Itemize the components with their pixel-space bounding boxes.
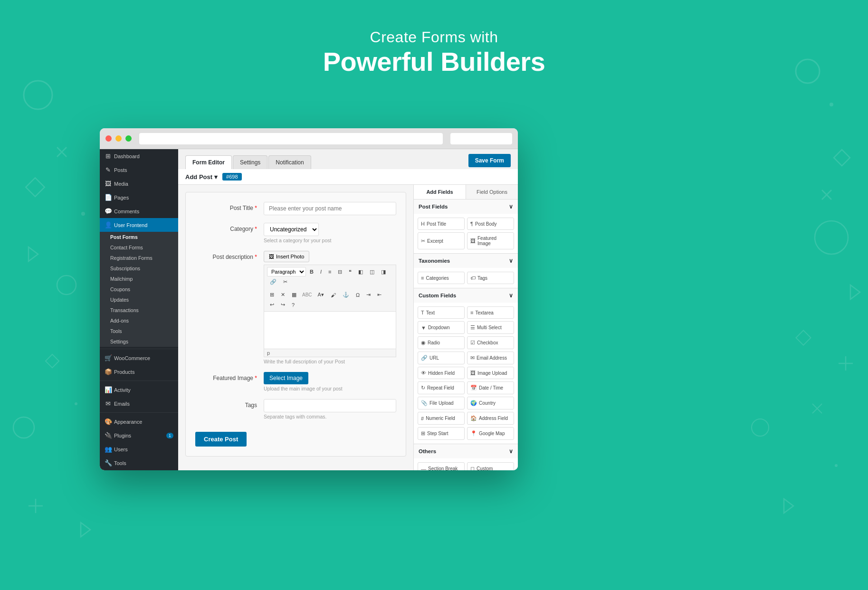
browser-minimize-btn[interactable] <box>115 135 122 142</box>
create-post-button[interactable]: Create Post <box>195 432 247 447</box>
field-btn-tags[interactable]: 🏷 Tags <box>467 272 514 284</box>
browser-maximize-btn[interactable] <box>125 135 132 142</box>
browser-search-bar[interactable] <box>450 133 512 144</box>
field-btn-textarea[interactable]: ≡ Textarea <box>467 306 514 319</box>
rte-align-left-btn[interactable]: ◧ <box>355 267 366 276</box>
field-btn-repeat[interactable]: ↻ Repeat Field <box>418 381 465 394</box>
field-btn-featured-image[interactable]: 🖼 Featured Image <box>467 232 514 249</box>
sidebar-item-appearance[interactable]: 🎨 Appearance <box>100 415 178 428</box>
sidebar-item-activity[interactable]: 📊 Activity <box>100 383 178 397</box>
field-btn-url[interactable]: 🔗 URL <box>418 352 465 364</box>
custom-fields-header[interactable]: Custom Fields ∨ <box>414 288 518 303</box>
rte-indent-btn[interactable]: ⇥ <box>363 290 373 299</box>
field-btn-radio[interactable]: ◉ Radio <box>418 336 465 349</box>
field-btn-step-start[interactable]: ⊞ Step Start <box>418 427 465 440</box>
tab-notification[interactable]: Notification <box>268 155 311 169</box>
field-btn-multi-select[interactable]: ☰ Multi Select <box>467 321 514 334</box>
rte-btn-1[interactable]: ⊞ <box>267 290 277 299</box>
field-btn-excerpt[interactable]: ✂ Excerpt <box>418 232 465 249</box>
field-btn-email[interactable]: ✉ Email Address <box>467 352 514 364</box>
rte-btn-3[interactable]: ▦ <box>289 290 299 299</box>
rte-btn-2[interactable]: ✕ <box>278 290 288 299</box>
sidebar-sub-addons[interactable]: Add-ons <box>100 315 178 326</box>
field-btn-file-upload[interactable]: 📎 File Upload <box>418 397 465 409</box>
field-btn-datetime[interactable]: 📅 Date / Time <box>467 381 514 394</box>
sidebar-item-posts[interactable]: ✎ Posts <box>100 163 178 177</box>
sidebar-item-products[interactable]: 📦 Products <box>100 365 178 379</box>
field-btn-image-upload[interactable]: 🖼 Image Upload <box>467 367 514 379</box>
sidebar-item-user-frontend[interactable]: 👤 User Frontend <box>100 218 178 232</box>
insert-photo-button[interactable]: 🖼 Insert Photo <box>264 251 309 262</box>
sidebar-sub-coupons[interactable]: Coupons <box>100 284 178 295</box>
post-fields-header[interactable]: Post Fields ∨ <box>414 200 518 214</box>
panel-tab-add-fields[interactable]: Add Fields <box>414 185 466 199</box>
rte-bg-btn[interactable]: 🖌 <box>328 291 339 299</box>
field-btn-dropdown[interactable]: ▼ Dropdown <box>418 321 465 334</box>
rte-unlink-btn[interactable]: ✂ <box>280 277 290 286</box>
tab-settings[interactable]: Settings <box>233 155 267 169</box>
sidebar-sub-post-forms[interactable]: Post Forms <box>100 232 178 242</box>
rte-bold-btn[interactable]: B <box>307 267 316 276</box>
form-tabs-group: Form Editor Settings Notification <box>185 155 311 169</box>
sidebar-item-media[interactable]: 🖼 Media <box>100 177 178 190</box>
tab-form-editor[interactable]: Form Editor <box>185 155 232 169</box>
field-btn-post-body[interactable]: ¶ Post Body <box>467 218 514 230</box>
others-header[interactable]: Others ∨ <box>414 444 518 458</box>
sidebar-item-comments[interactable]: 💬 Comments <box>100 204 178 218</box>
category-select[interactable]: Uncategorized <box>264 223 319 236</box>
rte-paragraph-select[interactable]: Paragraph <box>267 267 306 276</box>
sidebar-item-emails[interactable]: ✉ Emails <box>100 397 178 410</box>
sidebar-sub-registration-forms[interactable]: Registration Forms <box>100 253 178 263</box>
rte-italic-btn[interactable]: I <box>317 267 324 276</box>
rte-redo-btn[interactable]: ↪ <box>278 300 288 309</box>
field-btn-numeric[interactable]: # Numeric Field <box>418 412 465 425</box>
sidebar-item-settings[interactable]: ⚙ Settings <box>100 470 178 470</box>
rte-undo-btn[interactable]: ↩ <box>267 300 277 309</box>
sidebar-item-plugins[interactable]: 🔌 Plugins 1 <box>100 428 178 442</box>
rte-link-btn[interactable]: 🔗 <box>267 277 279 286</box>
post-title-input[interactable] <box>264 202 396 215</box>
field-btn-text[interactable]: T Text <box>418 306 465 319</box>
panel-tab-field-options[interactable]: Field Options <box>466 185 518 199</box>
taxonomies-header[interactable]: Taxonomies ∨ <box>414 254 518 268</box>
sidebar-sub-settings[interactable]: Settings <box>100 336 178 347</box>
rte-abc-label: ABC <box>300 292 314 297</box>
sidebar-sub-transactions[interactable]: Transactions <box>100 305 178 315</box>
rte-align-center-btn[interactable]: ◫ <box>367 267 377 276</box>
rte-align-right-btn[interactable]: ◨ <box>378 267 389 276</box>
field-btn-google-map[interactable]: 📍 Google Map <box>467 427 514 440</box>
tags-input[interactable] <box>264 399 396 412</box>
field-btn-categories[interactable]: ≡ Categories <box>418 272 465 284</box>
sidebar-sub-contact-forms[interactable]: Contact Forms <box>100 242 178 253</box>
save-form-button[interactable]: Save Form <box>468 154 511 167</box>
rte-outdent-btn[interactable]: ⇤ <box>374 290 384 299</box>
rte-char-btn[interactable]: Ω <box>353 291 362 299</box>
rte-list2-btn[interactable]: ⊟ <box>335 267 345 276</box>
add-post-dropdown[interactable]: Add Post ▾ <box>185 173 218 181</box>
rte-list-btn[interactable]: ≡ <box>325 267 334 276</box>
sidebar-sub-updates[interactable]: Updates <box>100 295 178 305</box>
browser-close-btn[interactable] <box>105 135 112 142</box>
field-btn-custom-html[interactable]: ◻ Custom <box>467 462 514 470</box>
sidebar-item-dashboard[interactable]: ⊞ Dashboard <box>100 149 178 163</box>
sidebar-item-tools[interactable]: 🔧 Tools <box>100 456 178 470</box>
field-btn-country[interactable]: 🌍 Country <box>467 397 514 409</box>
sidebar-item-users[interactable]: 👥 Users <box>100 442 178 456</box>
rte-body[interactable] <box>264 311 396 349</box>
select-image-button[interactable]: Select Image <box>264 372 308 384</box>
sidebar-sub-subscriptions[interactable]: Subscriptions <box>100 263 178 274</box>
field-btn-post-title[interactable]: H Post Title <box>418 218 465 230</box>
browser-address-bar[interactable] <box>139 133 443 144</box>
rte-color-btn[interactable]: A▾ <box>315 290 327 299</box>
sidebar-item-woocommerce[interactable]: 🛒 WooCommerce <box>100 351 178 365</box>
sidebar-item-pages[interactable]: 📄 Pages <box>100 190 178 204</box>
rte-quote-btn[interactable]: ❝ <box>346 267 354 276</box>
rte-anchor-btn[interactable]: ⚓ <box>340 290 352 299</box>
field-btn-section-break[interactable]: — Section Break <box>418 462 465 470</box>
field-btn-address[interactable]: 🏠 Address Field <box>467 412 514 425</box>
field-btn-hidden[interactable]: 👁 Hidden Field <box>418 367 465 379</box>
rte-help-btn[interactable]: ? <box>289 301 297 309</box>
sidebar-sub-mailchimp[interactable]: Mailchimp <box>100 274 178 284</box>
sidebar-sub-tools[interactable]: Tools <box>100 326 178 336</box>
field-btn-checkbox[interactable]: ☑ Checkbox <box>467 336 514 349</box>
